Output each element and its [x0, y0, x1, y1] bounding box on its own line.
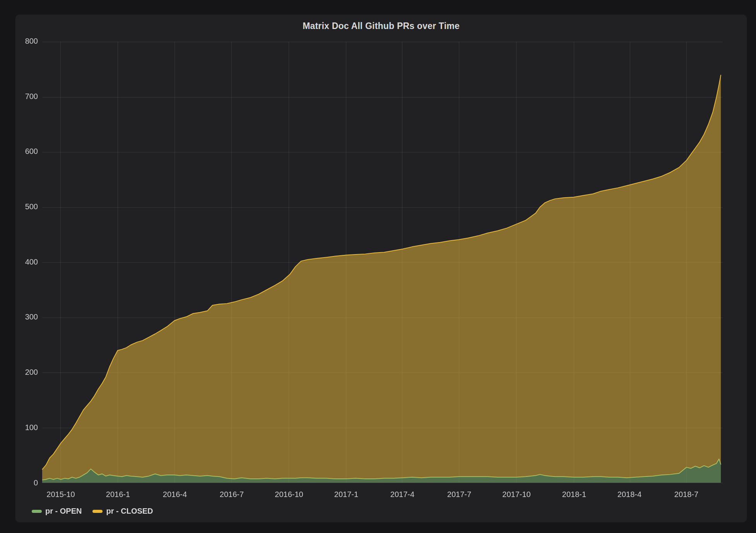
y-tick-label: 300 — [15, 313, 38, 321]
legend: pr - OPEN pr - CLOSED — [32, 507, 153, 516]
y-tick-label: 700 — [15, 92, 38, 101]
x-tick-label: 2017-7 — [432, 490, 486, 499]
legend-label-closed: pr - CLOSED — [106, 507, 153, 516]
page-background: { "panel": { "title": "Matrix Doc All Gi… — [0, 0, 756, 533]
legend-item-pr-closed[interactable]: pr - CLOSED — [92, 507, 153, 516]
x-tick-label: 2015-10 — [34, 490, 88, 499]
x-tick-label: 2016-7 — [205, 490, 259, 499]
x-tick-label: 2018-7 — [659, 490, 713, 499]
grafana-panel: Matrix Doc All Github PRs over Time 800 … — [15, 15, 747, 522]
y-tick-label: 400 — [15, 258, 38, 266]
y-tick-label: 100 — [15, 423, 38, 432]
legend-label-open: pr - OPEN — [45, 507, 82, 516]
y-tick-label: 500 — [15, 202, 38, 211]
x-tick-label: 2016-10 — [262, 490, 316, 499]
x-tick-label: 2017-4 — [375, 490, 429, 499]
y-tick-label: 200 — [15, 368, 38, 376]
x-tick-label: 2016-4 — [148, 490, 202, 499]
y-tick-label: 600 — [15, 147, 38, 155]
x-tick-label: 2017-10 — [489, 490, 544, 499]
series-swatch-closed-icon — [92, 510, 103, 513]
x-tick-label: 2018-1 — [547, 490, 601, 499]
x-tick-label: 2017-1 — [319, 490, 373, 499]
chart-canvas[interactable] — [15, 15, 747, 522]
legend-item-pr-open[interactable]: pr - OPEN — [32, 507, 82, 516]
series-swatch-open-icon — [32, 510, 42, 513]
x-tick-label: 2016-1 — [91, 490, 145, 499]
y-tick-label: 800 — [15, 37, 38, 45]
x-tick-label: 2018-4 — [602, 490, 657, 499]
y-tick-label: 0 — [15, 478, 38, 487]
